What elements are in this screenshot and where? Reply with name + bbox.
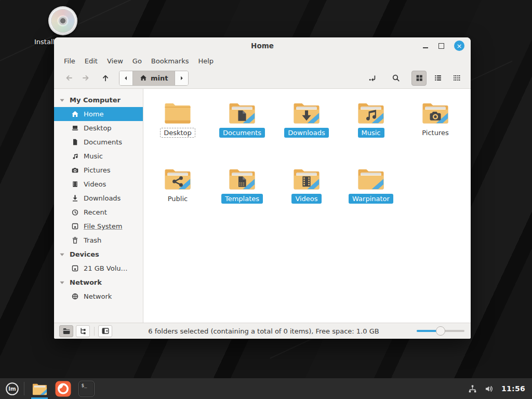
home-icon [140, 74, 147, 82]
show-treeview-button[interactable] [76, 325, 90, 337]
menu-view[interactable]: View [102, 56, 128, 66]
collapse-triangle-icon [59, 279, 65, 286]
folder-downloads-icon [292, 100, 321, 125]
sidebar-item-downloads[interactable]: Downloads [54, 191, 143, 205]
folder-documents[interactable]: Documents [210, 100, 274, 166]
firefox-task-button[interactable] [54, 378, 72, 399]
desktop-icon [71, 124, 79, 132]
minimize-button[interactable] [422, 43, 429, 49]
maximize-button[interactable] [438, 43, 444, 49]
zoom-slider[interactable] [417, 326, 464, 336]
folder-pictures[interactable]: Pictures [403, 100, 468, 166]
up-button[interactable] [97, 70, 114, 86]
breadcrumb-scroll-left[interactable] [119, 71, 132, 85]
film-icon [71, 180, 79, 188]
menu-go[interactable]: Go [128, 56, 147, 66]
search-icon [392, 74, 400, 82]
sidebar-header-devices[interactable]: Devices [54, 247, 143, 261]
breadcrumb-scroll-right[interactable] [175, 71, 188, 85]
location-entry-icon [368, 74, 377, 82]
folder-desktop[interactable]: Desktop [145, 100, 210, 166]
cd-disc-icon [48, 6, 77, 35]
terminal-icon: $_ [78, 381, 95, 397]
taskbar-clock[interactable]: 11:56 [501, 384, 525, 393]
sidebar-item-21gb-volume[interactable]: 21 GB Volu… [54, 261, 143, 275]
back-button[interactable] [61, 70, 77, 86]
search-button[interactable] [388, 71, 403, 86]
window-body: My Computer Home Desktop Documents Music… [54, 89, 471, 323]
toolbar: mint [54, 68, 471, 89]
clock-icon [71, 208, 79, 216]
places-folder-icon [62, 327, 71, 335]
taskbar: lm $_ 11:56 [0, 378, 532, 399]
collapse-triangle-icon [59, 97, 65, 103]
folder-public[interactable]: Public [145, 166, 210, 232]
volume-icon[interactable] [485, 384, 494, 393]
hide-sidebar-button[interactable] [98, 325, 112, 337]
system-tray: 11:56 [468, 384, 532, 393]
compact-view-button[interactable] [449, 71, 464, 86]
close-button[interactable]: × [454, 41, 464, 51]
network-icon[interactable] [468, 384, 477, 393]
sidebar-item-trash[interactable]: Trash [54, 233, 143, 247]
chevron-left-icon [123, 75, 129, 82]
sidebar-item-pictures[interactable]: Pictures [54, 163, 143, 177]
sidebar-item-videos[interactable]: Videos [54, 177, 143, 191]
show-places-button[interactable] [59, 325, 73, 337]
file-manager-icon [32, 382, 48, 396]
list-view-button[interactable] [430, 71, 445, 86]
folder-warpinator[interactable]: Warpinator [339, 166, 403, 232]
sidebar-item-recent[interactable]: Recent [54, 205, 143, 219]
sidebar-header-network[interactable]: Network [54, 275, 143, 289]
document-icon [71, 138, 79, 146]
file-manager-task-button[interactable] [30, 378, 49, 399]
mint-logo-icon: lm [5, 382, 19, 396]
sidebar-item-documents[interactable]: Documents [54, 135, 143, 149]
folder-templates-icon [228, 166, 257, 191]
sidebar-item-home[interactable]: Home [54, 107, 143, 121]
sidebar: My Computer Home Desktop Documents Music… [54, 89, 143, 323]
menu-edit[interactable]: Edit [80, 56, 102, 66]
breadcrumb-current[interactable]: mint [132, 71, 175, 85]
mint-menu-button[interactable]: lm [0, 378, 24, 399]
folder-label: Downloads [284, 128, 328, 138]
zoom-slider-thumb[interactable] [436, 326, 445, 336]
folder-videos-icon [292, 166, 321, 191]
arrow-left-icon [65, 74, 73, 82]
folder-label: Music [358, 128, 384, 138]
menu-help[interactable]: Help [193, 56, 218, 66]
sidebar-header-my-computer[interactable]: My Computer [54, 93, 143, 107]
list-view-icon [434, 74, 442, 82]
grid-view-button[interactable] [411, 71, 427, 86]
menu-bookmarks[interactable]: Bookmarks [147, 56, 194, 66]
folder-open-icon [356, 166, 385, 191]
compact-view-icon [453, 74, 461, 82]
sidebar-item-file-system[interactable]: File System [54, 219, 143, 233]
folder-videos[interactable]: Videos [274, 166, 339, 232]
taskbar-launchers: $_ [30, 378, 96, 399]
taskbar-separator [24, 382, 24, 395]
folder-label: Warpinator [349, 194, 393, 204]
status-bar: 6 folders selected (containing a total o… [54, 323, 471, 339]
trash-icon [71, 236, 79, 244]
camera-icon [71, 166, 79, 174]
download-arrow-icon [71, 194, 79, 202]
file-grid[interactable]: Desktop Documents Downloads Music Pictur… [143, 89, 471, 323]
terminal-task-button[interactable]: $_ [77, 378, 96, 399]
folder-documents-icon [228, 100, 257, 125]
sidebar-item-network[interactable]: Network [54, 289, 143, 303]
folder-downloads[interactable]: Downloads [274, 100, 339, 166]
toolbar-view-controls [365, 71, 464, 86]
statusbar-separator [94, 327, 95, 336]
menu-file[interactable]: File [59, 56, 80, 66]
sidebar-item-music[interactable]: Music [54, 149, 143, 163]
sidebar-item-desktop[interactable]: Desktop [54, 121, 143, 135]
arrow-up-icon [101, 74, 110, 82]
titlebar[interactable]: Home × [54, 37, 471, 54]
folder-pictures-icon [421, 100, 450, 125]
folder-templates[interactable]: Templates [210, 166, 274, 232]
folder-music[interactable]: Music [339, 100, 403, 166]
forward-button[interactable] [77, 70, 94, 86]
folder-label: Pictures [418, 128, 452, 138]
toggle-location-entry-button[interactable] [365, 71, 380, 86]
